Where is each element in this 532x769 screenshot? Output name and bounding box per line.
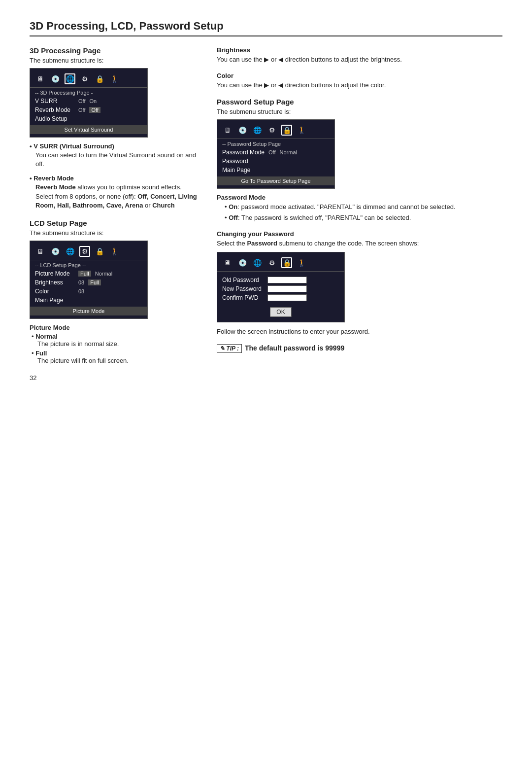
- pwdmode-section-title: Password Mode: [217, 194, 502, 201]
- menu-lcd-header: -- LCD Setup Page --: [30, 261, 147, 269]
- icon-lock-lcd: 🔒: [94, 246, 105, 257]
- reverb-label: Reverb Mode: [35, 106, 74, 113]
- icon-settings-lcd-active: ⚙: [79, 246, 90, 257]
- icon-disc-pwd: 💿: [237, 125, 248, 136]
- changepwd-desc: Select the Password submenu to change th…: [217, 239, 502, 248]
- changepwd-title: Changing your Password: [217, 230, 502, 238]
- section-lcd: LCD Setup Page The submenu structure is:…: [30, 219, 197, 364]
- bullet-vsurr-text: You can select to turn the Virtual Surro…: [35, 151, 197, 169]
- pwdmode-on-bullet: On: password mode activated. "PARENTAL" …: [221, 203, 502, 211]
- icon-person: 🚶: [109, 73, 120, 84]
- vsurr-label: V SURR: [35, 98, 74, 105]
- picturemode-normal-label: Normal: [35, 333, 58, 340]
- icon-globe-cpwd: 🌐: [252, 257, 263, 268]
- picturemode-full-bullet: • Full The picture will fit on full scre…: [32, 350, 197, 364]
- reverb-church-bold: Church: [152, 202, 175, 209]
- reverb-val1: Off: [78, 107, 85, 113]
- brightness-val2: Full: [88, 280, 101, 285]
- icon-globe-lcd: 🌐: [65, 246, 75, 257]
- menu-row-password: Password: [217, 157, 334, 166]
- menu-3d-header: -- 3D Processing Page -: [30, 89, 147, 97]
- menu-3d-statusbar: Set Virtual Surround: [30, 125, 147, 134]
- pwdmode-label: Password Mode: [222, 149, 265, 156]
- menu-icons-password: 🖥 💿 🌐 ⚙ 🔒 🚶: [217, 123, 334, 139]
- oldpwd-input[interactable]: [267, 277, 307, 283]
- section-brightness: Brightness You can use the ▶ or ◀ direct…: [217, 46, 502, 64]
- password-page-subdesc: The submenu structure is:: [217, 108, 502, 115]
- icon-disc-cpwd: 💿: [237, 257, 248, 268]
- menu-row-confirmpwd: Confirm PWD: [217, 293, 344, 302]
- bullet-reverb-text: Reverb Mode allows you to optimise sound…: [35, 183, 197, 210]
- pwdmode-val1: Off: [268, 149, 275, 155]
- pwdmode-on-text: : password mode activated. "PARENTAL" is…: [237, 203, 455, 210]
- menu-icons-changepwd: 🖥 💿 🌐 ⚙ 🔒 🚶: [217, 255, 344, 272]
- menu-row-mainpage-lcd: Main Page: [30, 296, 147, 305]
- menu-row-brightness: Brightness 08 Full: [30, 278, 147, 287]
- bullet-reverb-title: Reverb Mode: [30, 175, 197, 182]
- tip-text: The default password is 99999: [245, 344, 344, 352]
- menu-row-mainpage-pwd: Main Page: [217, 166, 334, 175]
- section-color: Color You can use the ▶ or ◀ direction b…: [217, 72, 502, 90]
- lcd-title: LCD Setup Page: [30, 219, 197, 227]
- vsurr-val1: Off: [78, 98, 85, 104]
- newpwd-label: New Password: [222, 285, 262, 292]
- picturemode-normal-bullet: • Normal The picture is in normal size.: [32, 333, 197, 348]
- page-number: 32: [30, 374, 197, 382]
- pwdmode-on-label: On: [229, 203, 237, 210]
- brightness-val1: 08: [78, 280, 84, 285]
- newpwd-input[interactable]: [267, 285, 307, 292]
- color-title: Color: [217, 72, 502, 79]
- color-val1: 08: [78, 288, 84, 294]
- picturemode-normal-text: The picture is in normal size.: [37, 340, 119, 348]
- picturemode-full-text: The picture will fit on full screen.: [37, 357, 129, 364]
- menu-row-vsurr: V SURR Off On: [30, 97, 147, 105]
- picturemode-section-title: Picture Mode: [30, 324, 197, 331]
- icon-globe-active: 🌐: [65, 73, 75, 84]
- bullet-vsurr-title: V SURR (Virtual Surround): [30, 142, 197, 150]
- pwdmode-off-bullet: Off: The password is swiched off, "PAREN…: [221, 213, 502, 222]
- lcd-subdesc: The submenu structure is:: [30, 229, 197, 237]
- confirmpwd-label: Confirm PWD: [222, 294, 262, 301]
- icon-person-pwd: 🚶: [296, 125, 307, 136]
- picturemode-val2: Normal: [95, 271, 112, 277]
- audio-label: Audio Setup: [35, 115, 74, 122]
- icon-disc-lcd: 💿: [50, 246, 61, 257]
- icon-monitor-pwd: 🖥: [222, 125, 233, 136]
- menu-icons-lcd: 🖥 💿 🌐 ⚙ 🔒 🚶: [30, 244, 147, 260]
- menu-row-picturemode: Picture Mode Full Normal: [30, 269, 147, 278]
- password-page-title: Password Setup Page: [217, 98, 502, 106]
- menu-box-3d: 🖥 💿 🌐 ⚙ 🔒 🚶 -- 3D Processing Page - V SU…: [30, 68, 148, 138]
- icon-monitor: 🖥: [35, 73, 46, 84]
- color-text: You can use the ▶ or ◀ direction buttons…: [217, 81, 502, 90]
- tip-content: The default password is 99999: [245, 344, 344, 352]
- picturemode-val1: Full: [78, 271, 91, 277]
- vsurr-val2: On: [89, 98, 97, 104]
- menu-row-reverb: Reverb Mode Off Off: [30, 105, 147, 114]
- menu-box-changepwd: 🖥 💿 🌐 ⚙ 🔒 🚶 Old Password New Password: [217, 252, 345, 322]
- menu-password-header: -- Password Setup Page: [217, 140, 334, 148]
- picturemode-full-label: Full: [35, 350, 47, 357]
- brightness-label-lcd: Brightness: [35, 279, 74, 286]
- confirmpwd-input[interactable]: [267, 294, 307, 301]
- mainpage-label-lcd: Main Page: [35, 297, 74, 304]
- menu-icons-3d: 🖥 💿 🌐 ⚙ 🔒 🚶: [30, 71, 147, 88]
- icon-monitor-cpwd: 🖥: [222, 257, 233, 268]
- icon-settings-cpwd: ⚙: [266, 257, 277, 268]
- brightness-title: Brightness: [217, 46, 502, 54]
- icon-lock-cpwd-active: 🔒: [281, 257, 292, 268]
- icon-settings: ⚙: [79, 73, 90, 84]
- changepwd-bold: Password: [247, 240, 277, 247]
- password-row-label: Password: [222, 158, 262, 165]
- tip-box: ✎ TIP : The default password is 99999: [217, 344, 502, 353]
- icon-person-lcd: 🚶: [109, 246, 120, 257]
- brightness-text: You can use the ▶ or ◀ direction buttons…: [217, 55, 502, 64]
- icon-globe-pwd: 🌐: [252, 125, 263, 136]
- section-3d-subdesc: The submenu structure is:: [30, 57, 197, 64]
- menu-password-statusbar: Go To Password Setup Page: [217, 176, 334, 185]
- pwdmode-off-label: Off: [229, 214, 238, 221]
- menu-row-oldpwd: Old Password: [217, 276, 344, 284]
- ok-button[interactable]: OK: [270, 307, 291, 317]
- menu-row-newpwd: New Password: [217, 284, 344, 293]
- menu-row-pwdmode: Password Mode Off Normal: [217, 148, 334, 157]
- mainpage-pwd-label: Main Page: [222, 167, 262, 174]
